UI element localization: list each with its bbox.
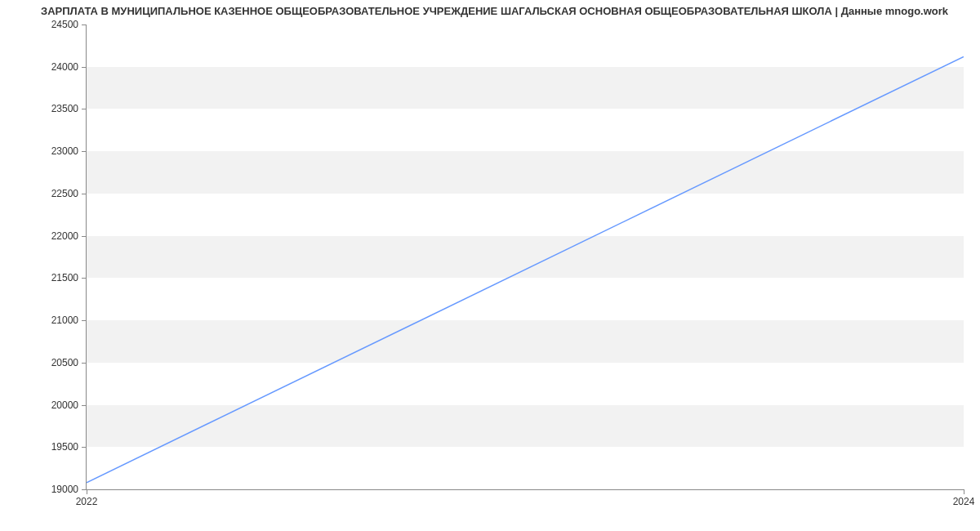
y-tick-label: 21000 <box>51 315 87 326</box>
y-tick-label: 19500 <box>51 441 87 453</box>
chart-title: ЗАРПЛАТА В МУНИЦИПАЛЬНОЕ КАЗЕННОЕ ОБЩЕОБ… <box>41 5 973 17</box>
y-tick-label: 22000 <box>51 230 87 242</box>
x-tick-label: 2022 <box>76 489 98 507</box>
grid-band <box>87 236 964 279</box>
plot-area: 1900019500200002050021000215002200022500… <box>86 25 964 490</box>
y-tick-label: 23000 <box>51 145 87 157</box>
y-tick-label: 20000 <box>51 399 87 411</box>
y-tick-label: 23500 <box>51 103 87 114</box>
x-tick-label: 2024 <box>953 489 975 507</box>
grid-band <box>87 320 964 363</box>
y-tick-label: 24500 <box>51 19 87 30</box>
grid-band <box>87 67 964 109</box>
y-tick-label: 21500 <box>51 272 87 283</box>
y-tick-label: 24000 <box>51 61 87 73</box>
grid-band <box>87 151 964 194</box>
grid-band <box>87 405 964 448</box>
y-tick-label: 20500 <box>51 357 87 368</box>
chart-container: ЗАРПЛАТА В МУНИЦИПАЛЬНОЕ КАЗЕННОЕ ОБЩЕОБ… <box>0 0 980 531</box>
y-tick-label: 22500 <box>51 188 87 199</box>
